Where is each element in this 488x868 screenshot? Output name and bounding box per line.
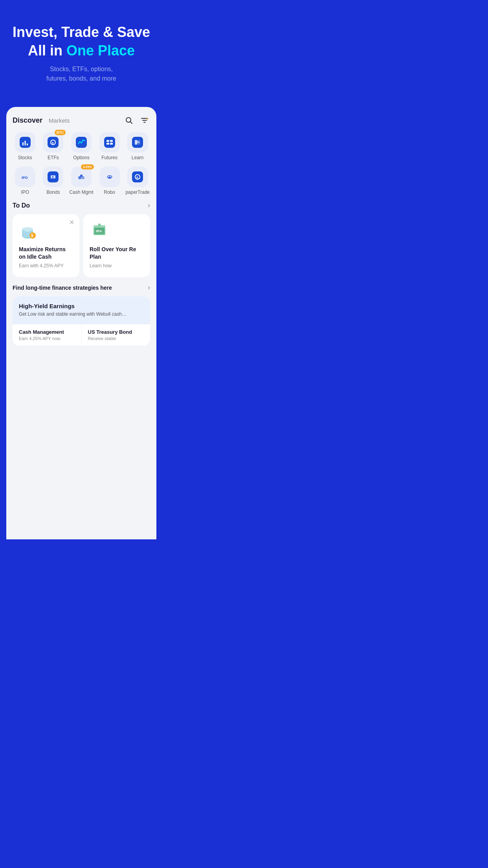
- category-grid-row2: IPO IPO $ Bonds 4.25%: [13, 167, 150, 195]
- svg-rect-19: [110, 143, 113, 145]
- todo-section: To Do › ✕ $ Maximize Returns on Idle Cas…: [13, 201, 150, 277]
- discover-title: Discover: [13, 116, 42, 125]
- header-icons: $: [123, 115, 150, 126]
- todo-card-cash[interactable]: ✕ $ Maximize Returns on Idle Cash Earn w…: [13, 214, 79, 277]
- svg-text:IPO: IPO: [22, 176, 28, 180]
- filter-icon[interactable]: $: [139, 115, 150, 126]
- category-futures[interactable]: Futures: [97, 132, 122, 160]
- ipo-icon-bg: IPO: [15, 167, 35, 187]
- svg-text:$: $: [52, 141, 54, 145]
- treasury-bond-title: US Treasury Bond: [88, 329, 144, 335]
- svg-point-33: [80, 175, 83, 177]
- bonds-icon-bg: $: [43, 167, 63, 187]
- hero-title-highlight: One Place: [66, 42, 135, 59]
- treasury-bond-desc: Receive stable: [88, 336, 144, 341]
- search-icon[interactable]: [123, 115, 134, 126]
- strategy-cash-management[interactable]: Cash Management Earn 4.25% APY now.: [13, 324, 82, 346]
- svg-rect-16: [106, 140, 109, 142]
- cash-badge: 4.25%: [81, 164, 94, 169]
- cash-mgmt-strategy-title: Cash Management: [19, 329, 75, 335]
- svg-rect-18: [106, 143, 109, 145]
- svg-point-46: [22, 227, 33, 231]
- strategies-section: Find long-time finance strategies here ›…: [13, 283, 150, 346]
- category-options[interactable]: Options: [69, 132, 94, 160]
- bonds-label: Bonds: [46, 189, 60, 195]
- category-stocks[interactable]: Stocks: [13, 132, 38, 160]
- category-cash-mgmt[interactable]: 4.25% Cash Mgmt: [69, 167, 94, 195]
- svg-rect-17: [110, 140, 113, 142]
- cash-mgmt-strategy-desc: Earn 4.25% APY now.: [19, 336, 75, 341]
- strategies-header: Find long-time finance strategies here ›: [13, 283, 150, 292]
- svg-rect-7: [22, 142, 24, 145]
- todo-card-cash-subtitle: Earn with 4.25% APY: [19, 263, 73, 269]
- robo-label: Robo: [104, 189, 115, 195]
- svg-text:IRA: IRA: [96, 229, 102, 233]
- main-card: Discover Markets $: [6, 107, 156, 539]
- hero-title-before: All in: [28, 42, 66, 59]
- strategies-arrow-icon[interactable]: ›: [148, 283, 150, 292]
- learn-label: Learn: [132, 155, 144, 160]
- hero-title-line2: All in One Place: [12, 42, 151, 59]
- svg-text:$: $: [147, 118, 148, 121]
- category-etfs[interactable]: BTC $ ETFs: [41, 132, 66, 160]
- btc-badge: BTC: [55, 130, 66, 135]
- category-robo[interactable]: Robo: [97, 167, 122, 195]
- learn-icon-bg: [127, 132, 148, 153]
- strategy-highlight-desc: Get Low risk and stable earning with Web…: [19, 311, 144, 318]
- todo-card-ira-title: Roll Over Your Re Plan: [90, 246, 144, 260]
- strategy-treasury-bond[interactable]: US Treasury Bond Receive stable: [82, 324, 150, 346]
- todo-title: To Do: [13, 202, 30, 209]
- markets-tab[interactable]: Markets: [49, 117, 70, 124]
- svg-text:$: $: [52, 175, 54, 179]
- strategies-title: Find long-time finance strategies here: [13, 285, 148, 291]
- stocks-label: Stocks: [18, 155, 32, 160]
- todo-arrow-icon[interactable]: ›: [148, 201, 150, 210]
- svg-rect-38: [109, 178, 110, 179]
- etfs-label: ETFs: [48, 155, 59, 160]
- svg-point-36: [108, 176, 109, 177]
- todo-cards: ✕ $ Maximize Returns on Idle Cash Earn w…: [13, 214, 150, 277]
- todo-card-ira[interactable]: IRA Roll Over Your Re Plan Learn how: [83, 214, 150, 277]
- discover-header: Discover Markets $: [13, 115, 150, 126]
- svg-text:$: $: [136, 176, 138, 179]
- hero-subtitle: Stocks, ETFs, options, futures, bonds, a…: [12, 64, 151, 83]
- options-icon-bg: [71, 132, 92, 153]
- close-icon[interactable]: ✕: [68, 218, 75, 226]
- todo-card-ira-subtitle: Learn how: [90, 263, 144, 269]
- options-label: Options: [73, 155, 89, 160]
- strategy-items-row: Cash Management Earn 4.25% APY now. US T…: [13, 324, 150, 346]
- hero-title-line1: Invest, Trade & Save: [12, 24, 151, 40]
- category-paper-trade[interactable]: $ paperTrade: [125, 167, 150, 195]
- strategy-highlight-card[interactable]: High-Yield Earnings Get Low risk and sta…: [13, 296, 150, 324]
- etfs-icon-bg: BTC $: [43, 132, 63, 153]
- cash-mgmt-label: Cash Mgmt: [69, 189, 93, 195]
- strategy-highlight-title: High-Yield Earnings: [19, 303, 144, 309]
- todo-card-cash-title: Maximize Returns on Idle Cash: [19, 246, 73, 260]
- svg-line-1: [130, 122, 132, 124]
- todo-header: To Do ›: [13, 201, 150, 210]
- ipo-label: IPO: [21, 189, 29, 195]
- svg-rect-8: [24, 141, 26, 145]
- paper-trade-icon-bg: $: [127, 167, 148, 187]
- svg-point-37: [110, 176, 111, 177]
- futures-icon-bg: [99, 132, 120, 153]
- category-ipo[interactable]: IPO IPO: [13, 167, 38, 195]
- category-bonds[interactable]: $ Bonds: [41, 167, 66, 195]
- futures-label: Futures: [101, 155, 117, 160]
- svg-rect-53: [98, 224, 101, 226]
- svg-rect-22: [135, 140, 137, 145]
- strategies-cards: High-Yield Earnings Get Low risk and sta…: [13, 296, 150, 346]
- category-learn[interactable]: Learn: [125, 132, 150, 160]
- cash-jar-icon: $: [19, 221, 39, 240]
- category-grid-row1: Stocks BTC $ ETFs O: [13, 132, 150, 160]
- robo-icon-bg: [99, 167, 120, 187]
- svg-rect-15: [104, 137, 115, 148]
- paper-trade-label: paperTrade: [125, 189, 150, 195]
- cash-mgmt-icon-bg: 4.25%: [71, 167, 92, 187]
- hero-section: Invest, Trade & Save All in One Place St…: [0, 0, 163, 99]
- svg-text:$: $: [31, 234, 33, 238]
- svg-rect-9: [27, 143, 28, 145]
- stocks-icon-bg: [15, 132, 35, 153]
- ira-icon: IRA: [90, 221, 109, 240]
